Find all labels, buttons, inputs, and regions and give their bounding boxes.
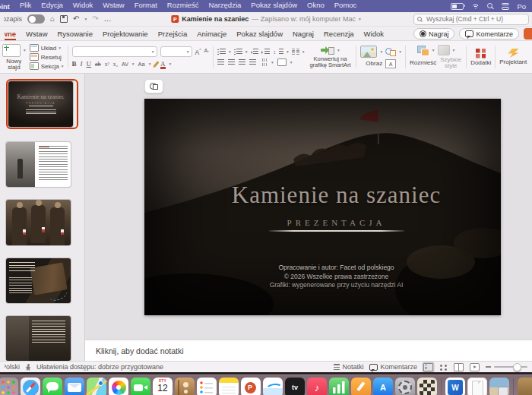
search-box[interactable] <box>413 14 529 25</box>
share-button-clipped[interactable] <box>524 28 532 40</box>
layout-button[interactable]: Układ▾ <box>30 44 64 52</box>
superscript-button[interactable]: x² <box>105 61 109 68</box>
slide-canvas[interactable]: Kamienie na szaniec PREZENTACJA Opracowa… <box>144 99 501 315</box>
home-icon[interactable]: ⌂ <box>50 15 55 23</box>
designer-button[interactable]: Projektant <box>499 49 527 65</box>
font-name-combo[interactable]: ▾ <box>72 46 157 57</box>
tab-narzedzia-glowne[interactable]: Narzędzia główne <box>5 30 16 40</box>
menu-item-wstaw[interactable]: Wstaw <box>103 1 125 11</box>
zoom-slider-thumb[interactable] <box>513 363 521 371</box>
slide-title[interactable]: Kamienie na szaniec <box>172 182 501 208</box>
text-direction-icon[interactable] <box>261 58 267 66</box>
wifi-icon[interactable] <box>471 3 480 9</box>
align-right-icon[interactable] <box>239 59 245 65</box>
calendar-icon[interactable]: STY 12 <box>153 378 173 395</box>
notes-pane[interactable]: Kliknij, aby dodać notatki <box>85 340 532 361</box>
font-size-combo[interactable]: ▾ <box>160 46 192 57</box>
system-settings-icon[interactable] <box>395 378 415 395</box>
tab-przejscia[interactable]: Przejścia <box>158 30 188 40</box>
notes-toggle[interactable]: Notatki <box>334 363 363 371</box>
thumbnail-slide-3[interactable] <box>6 200 71 245</box>
reset-button[interactable]: Resetuj <box>30 53 64 61</box>
strikethrough-button[interactable]: ab <box>95 61 101 68</box>
new-slide-button[interactable]: ▾ Nowy slajd <box>2 44 26 71</box>
line-spacing-icon[interactable]: ↕ <box>273 49 276 55</box>
undo-icon[interactable]: ↶ <box>73 15 79 23</box>
columns-icon[interactable] <box>292 49 299 55</box>
undo-chevron-icon[interactable]: ▾ <box>84 17 87 21</box>
tab-rysowanie[interactable]: Rysowanie <box>58 30 93 40</box>
align-left-icon[interactable] <box>217 59 224 65</box>
notes-app-icon[interactable] <box>219 378 239 395</box>
slide-subtitle[interactable]: PREZENTACJA <box>172 218 501 227</box>
word-icon[interactable]: W <box>445 378 465 395</box>
menu-app-name[interactable]: PowerPoint <box>0 2 10 11</box>
menu-item-narzedzia[interactable]: Narzędzia <box>209 1 242 11</box>
safari-icon[interactable] <box>21 378 40 395</box>
minimized-window-icon[interactable] <box>489 378 509 395</box>
comments-button[interactable]: Komentarze <box>459 28 519 40</box>
grow-font-button[interactable]: A^ <box>195 47 201 56</box>
zoom-out-icon[interactable] <box>486 366 491 368</box>
record-button[interactable]: Nagraj <box>413 28 455 40</box>
textbox-icon[interactable]: A <box>385 59 396 68</box>
design-ideas-button[interactable] <box>144 79 163 93</box>
slide-credits[interactable]: Opracowanie i autor: Facet od polskiego … <box>172 264 501 290</box>
decrease-indent-icon[interactable] <box>250 49 258 55</box>
title-chevron-icon[interactable]: ▾ <box>359 17 361 21</box>
tab-recenzja[interactable]: Recenzja <box>324 30 354 40</box>
slide-text-block[interactable]: Kamienie na szaniec PREZENTACJA Opracowa… <box>172 99 501 315</box>
increase-indent-icon[interactable] <box>261 49 270 55</box>
app-store-icon[interactable]: A <box>373 378 393 395</box>
mail-icon[interactable] <box>65 378 84 395</box>
kerning-button[interactable]: AV <box>122 61 128 68</box>
align-text-icon[interactable] <box>277 58 287 66</box>
shapes-icon[interactable] <box>385 48 396 56</box>
language-indicator[interactable]: Polski <box>5 363 20 371</box>
underline-button[interactable]: U <box>87 60 92 68</box>
tab-animacje[interactable]: Animacje <box>197 30 226 40</box>
font-color-button[interactable]: A <box>160 61 166 67</box>
messages-icon[interactable] <box>43 378 62 395</box>
tab-pokaz-slajdow[interactable]: Pokaz slajdów <box>236 30 283 40</box>
apple-tv-icon[interactable]: tv <box>285 378 305 395</box>
freeform-icon[interactable] <box>263 378 283 395</box>
menu-item-edycja[interactable]: Edycja <box>41 1 63 11</box>
italic-button[interactable]: I <box>81 60 83 68</box>
spotlight-search-icon[interactable] <box>487 3 494 10</box>
facetime-icon[interactable] <box>131 378 150 395</box>
contacts-icon[interactable] <box>175 378 195 395</box>
picture-button[interactable]: ▾ ▾ Obraz A <box>360 46 401 68</box>
thumbnail-slide-1-selected[interactable]: Kamienie na szaniec PREZENTACJA <box>6 79 78 129</box>
powerpoint-icon[interactable]: P <box>241 378 261 395</box>
arrange-button[interactable]: ▾ ▾ Rozmieść Szybkie style <box>410 45 462 69</box>
bullets-icon[interactable] <box>217 49 226 55</box>
numbering-icon[interactable] <box>234 49 242 55</box>
pages-icon[interactable] <box>351 378 371 395</box>
align-center-icon[interactable] <box>228 59 235 65</box>
subscript-button[interactable]: x₂ <box>113 61 118 68</box>
bold-button[interactable]: B <box>72 60 77 68</box>
menu-item-pokaz-slajdow[interactable]: Pokaz slajdów <box>251 1 297 11</box>
shrink-font-button[interactable]: Aˇ <box>204 47 209 56</box>
menu-item-format[interactable]: Format <box>135 1 157 11</box>
folder-icon[interactable] <box>518 378 532 395</box>
addins-button[interactable]: Dodatki <box>470 49 491 66</box>
battery-icon[interactable] <box>451 3 464 10</box>
comments-toggle[interactable]: Komentarze <box>369 363 417 371</box>
thumbnail-slide-2[interactable] <box>6 142 71 187</box>
search-input[interactable] <box>425 14 525 24</box>
autosave-toggle[interactable] <box>27 14 45 24</box>
redo-icon[interactable]: ↷ <box>92 15 98 23</box>
numbers-icon[interactable] <box>329 378 349 395</box>
tab-widok[interactable]: Widok <box>364 30 384 40</box>
thumbnail-slide-5[interactable] <box>6 316 71 361</box>
normal-view-button[interactable] <box>423 363 433 371</box>
launchpad-icon[interactable] <box>0 378 18 395</box>
menu-item-rozmiesc[interactable]: Rozmieść <box>167 1 199 11</box>
section-button[interactable]: Sekcja▾ <box>30 62 64 70</box>
slide-thumbnail-panel[interactable]: Kamienie na szaniec PREZENTACJA <box>0 74 85 361</box>
accessibility-status[interactable]: Ułatwienia dostępu: dobrze przygotowane <box>36 363 163 371</box>
thumbnail-slide-4[interactable] <box>6 258 71 303</box>
document-icon[interactable] <box>467 378 487 395</box>
